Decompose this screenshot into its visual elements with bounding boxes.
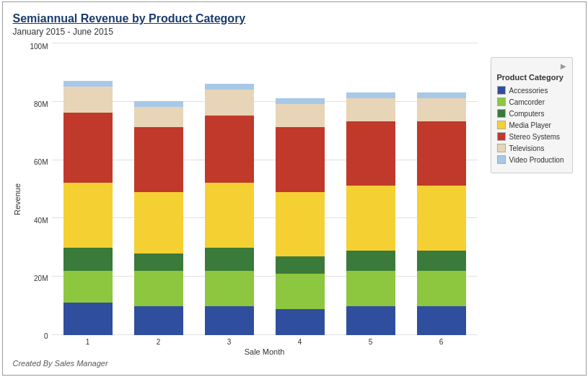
bar-segment-accessories: [276, 309, 325, 335]
y-tick: 80M: [34, 100, 48, 108]
chart-subtitle: January 2015 - June 2015: [13, 27, 579, 37]
legend-item-label: Computers: [509, 110, 545, 118]
bar-segment-computers: [276, 256, 325, 274]
legend-item: Video Production: [497, 155, 566, 164]
legend-color-swatch: [497, 121, 506, 129]
bar-segment-computers: [346, 251, 395, 271]
bar-segment-accessories: [205, 306, 254, 336]
bar-segment-televisions: [134, 107, 183, 127]
bar-segment-stereo-systems: [134, 127, 183, 191]
x-axis-title: Sale Month: [52, 347, 478, 356]
y-tick: 0: [44, 332, 48, 340]
legend-item: Stereo Systems: [497, 132, 566, 141]
chart-footer: Created By Sales Manager: [13, 359, 579, 368]
bar-segment-camcorder: [276, 274, 325, 309]
legend-color-swatch: [497, 109, 506, 118]
bar-segment-video-production: [134, 101, 183, 107]
plot-area: 123456 Sale Month: [52, 43, 478, 356]
bar-segment-video-production: [417, 92, 466, 98]
legend-scroll-arrow: ▶: [497, 62, 566, 70]
bar-segment-video-production: [63, 81, 113, 87]
bar-group: [342, 43, 400, 335]
bar-segment-media-player: [417, 186, 466, 250]
stacked-bar: [205, 84, 254, 335]
legend-color-swatch: [497, 132, 506, 141]
bar-segment-computers: [205, 248, 254, 271]
bar-segment-camcorder: [346, 271, 395, 306]
y-tick: 100M: [30, 43, 48, 51]
y-tick: 20M: [34, 274, 48, 282]
y-axis: 100M80M60M40M20M0: [25, 43, 52, 356]
bar-segment-media-player: [63, 183, 113, 247]
stacked-bar: [134, 101, 183, 335]
stacked-bar: [346, 92, 395, 335]
x-tick: 3: [201, 338, 258, 346]
bar-segment-computers: [417, 251, 466, 271]
bar-segment-stereo-systems: [346, 121, 395, 186]
stacked-bar: [276, 98, 325, 335]
bar-segment-televisions: [63, 87, 113, 113]
legend-item: Televisions: [497, 144, 566, 152]
x-tick: 5: [342, 338, 400, 346]
bar-segment-televisions: [276, 104, 325, 127]
bar-group: [201, 43, 258, 335]
bar-segment-camcorder: [63, 271, 113, 303]
bar-segment-media-player: [346, 186, 395, 250]
bar-group: [59, 43, 117, 335]
bar-segment-stereo-systems: [276, 127, 325, 191]
x-tick: 2: [130, 338, 188, 346]
stacked-bar: [417, 92, 466, 335]
legend-color-swatch: [497, 86, 506, 95]
bar-segment-stereo-systems: [205, 116, 254, 183]
bar-segment-media-player: [276, 192, 325, 256]
y-axis-label: Revenue: [13, 43, 22, 356]
x-tick: 6: [413, 338, 470, 346]
legend-item-label: Media Player: [509, 121, 551, 129]
bar-segment-video-production: [276, 98, 325, 104]
chart-title: Semiannual Revenue by Product Category: [13, 12, 579, 25]
bar-segment-camcorder: [417, 271, 466, 306]
x-tick: 4: [271, 338, 329, 346]
legend-item-label: Video Production: [509, 156, 564, 164]
legend-item: Computers: [497, 109, 566, 118]
y-tick: 40M: [34, 217, 48, 225]
bar-segment-televisions: [346, 98, 395, 121]
legend-color-swatch: [497, 98, 506, 106]
bar-segment-media-player: [134, 192, 183, 254]
bar-group: [413, 43, 470, 335]
bar-segment-televisions: [417, 98, 466, 121]
legend-item-label: Stereo Systems: [509, 133, 561, 141]
legend-item-label: Camcorder: [509, 98, 545, 106]
legend-box: ▶ Product Category AccessoriesCamcorderC…: [491, 57, 573, 173]
chart-container: Semiannual Revenue by Product Category J…: [2, 1, 587, 376]
legend-item-label: Televisions: [509, 144, 545, 152]
bar-segment-media-player: [205, 183, 254, 247]
legend-item: Camcorder: [497, 98, 566, 106]
bar-segment-accessories: [417, 306, 466, 336]
stacked-bar: [63, 81, 113, 335]
bars-and-grid: [52, 43, 478, 335]
bar-group: [271, 43, 329, 335]
bars-row: [52, 43, 478, 335]
bar-segment-accessories: [63, 303, 113, 335]
legend-item-label: Accessories: [509, 87, 548, 95]
legend-item: Accessories: [497, 86, 566, 95]
legend: ▶ Product Category AccessoriesCamcorderC…: [485, 50, 579, 356]
bar-segment-camcorder: [205, 271, 254, 306]
bar-segment-accessories: [346, 306, 395, 336]
bar-segment-video-production: [205, 84, 254, 90]
bar-group: [130, 43, 188, 335]
legend-color-swatch: [497, 155, 506, 164]
y-tick: 60M: [34, 158, 48, 166]
bar-segment-computers: [134, 254, 183, 271]
legend-item: Media Player: [497, 121, 566, 129]
legend-title: Product Category: [497, 73, 566, 82]
legend-color-swatch: [497, 144, 506, 152]
bar-segment-computers: [63, 248, 113, 271]
bar-segment-video-production: [346, 92, 395, 98]
bar-segment-stereo-systems: [63, 113, 113, 183]
bar-segment-stereo-systems: [417, 121, 466, 186]
bar-segment-camcorder: [134, 271, 183, 306]
bar-segment-accessories: [134, 306, 183, 336]
x-axis: 123456: [52, 335, 478, 346]
